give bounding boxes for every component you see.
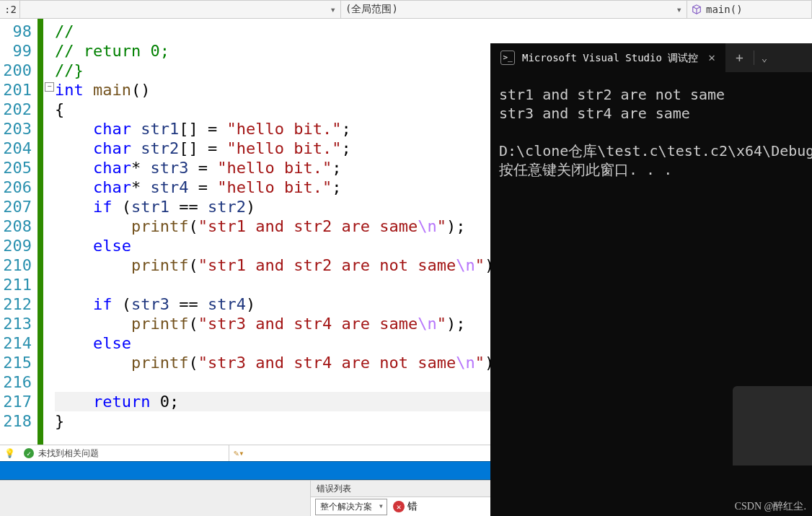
error-icon[interactable]: ✕	[393, 501, 405, 512]
file-tab-suffix: :2	[0, 1, 20, 18]
line-number: 202	[0, 100, 37, 119]
line-number: 98	[0, 22, 37, 41]
line-number: 218	[0, 411, 37, 431]
line-number: 208	[0, 217, 37, 236]
console-tab[interactable]: >_ Microsoft Visual Studio 调试控 ✕	[490, 43, 725, 72]
lightbulb-icon[interactable]: 💡	[4, 448, 15, 458]
line-number: 200	[0, 61, 37, 80]
scope-select[interactable]: 整个解决方案	[315, 499, 387, 515]
line-number: 213	[0, 314, 37, 333]
close-tab-icon[interactable]: ✕	[708, 48, 715, 67]
console-title: Microsoft Visual Studio 调试控	[522, 48, 698, 67]
breadcrumb-bar: :2 ▾ (全局范围)▾ main()	[0, 0, 812, 19]
line-number: 207	[0, 197, 37, 217]
cube-icon	[692, 4, 702, 14]
check-icon: ✓	[24, 448, 34, 458]
tab-menu-chevron[interactable]: ⌄	[754, 48, 775, 67]
fold-column: −	[45, 19, 55, 445]
line-number: 203	[0, 119, 37, 139]
line-number: 210	[0, 255, 37, 275]
chevron-down-icon[interactable]: ▾	[330, 4, 336, 15]
watermark: CSDN @醉红尘.	[735, 500, 806, 513]
brush-icon[interactable]: ✎▾	[234, 448, 244, 458]
terminal-icon: >_	[500, 51, 515, 65]
bottom-left-panel	[0, 481, 310, 516]
line-number: 212	[0, 294, 37, 314]
chevron-down-icon: ▾	[676, 4, 682, 15]
line-number: 217	[0, 392, 37, 411]
debug-console-window: >_ Microsoft Visual Studio 调试控 ✕ + ⌄ str…	[490, 43, 812, 516]
console-output[interactable]: str1 and str2 are not same str3 and str4…	[490, 72, 812, 192]
console-tabbar: >_ Microsoft Visual Studio 调试控 ✕ + ⌄	[490, 43, 812, 72]
line-number: 209	[0, 236, 37, 255]
error-count-label: 错	[407, 500, 418, 513]
line-number: 214	[0, 333, 37, 353]
overlay-panel	[733, 386, 812, 465]
line-number: 204	[0, 139, 37, 158]
line-gutter: 9899200201202203204205206207208209210211…	[0, 19, 37, 445]
line-number: 205	[0, 158, 37, 178]
line-number: 211	[0, 275, 37, 294]
scope-label: (全局范围)	[345, 3, 398, 16]
change-marker	[37, 19, 43, 445]
line-number: 201	[0, 80, 37, 100]
fold-toggle[interactable]: −	[45, 82, 54, 92]
line-number: 216	[0, 372, 37, 392]
function-dropdown[interactable]: main()	[687, 1, 812, 18]
function-label: main()	[706, 4, 743, 15]
scope-dropdown[interactable]: (全局范围)▾	[341, 1, 687, 18]
status-message: 未找到相关问题	[38, 447, 99, 460]
scope-indicator: ▾	[20, 1, 341, 18]
line-number: 206	[0, 178, 37, 197]
new-tab-button[interactable]: +	[725, 48, 754, 67]
line-number: 215	[0, 353, 37, 372]
line-number: 99	[0, 41, 37, 61]
